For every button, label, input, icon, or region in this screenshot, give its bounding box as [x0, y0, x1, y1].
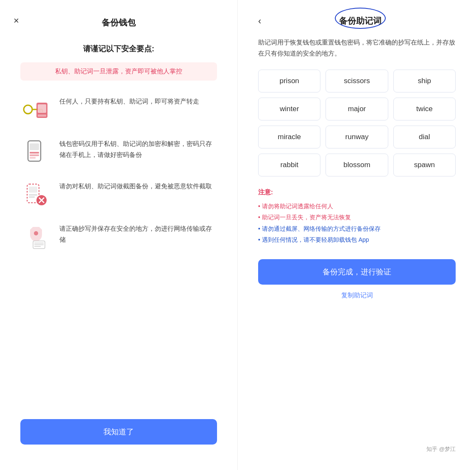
acknowledge-button[interactable]: 我知道了 — [20, 419, 217, 445]
left-subtitle: 请谨记以下安全要点: — [20, 44, 217, 54]
mnemonic-word: spawn — [393, 154, 456, 176]
feature-item-1: 任何人，只要持有私钥、助记词，即可将资产转走 — [20, 94, 217, 125]
note-item: • 请勿将助记词透露给任何人 — [258, 201, 456, 212]
right-title-container: 备份助记词 — [264, 15, 456, 27]
svg-point-0 — [24, 105, 32, 114]
feature-item-4: 请正确抄写并保存在安全的地方，勿进行网络传输或存储 — [20, 221, 217, 252]
note-item: • 助记词一旦丢失，资产将无法恢复 — [258, 212, 456, 223]
screenshot-blocked-icon — [20, 179, 51, 210]
right-title: 备份助记词 — [339, 16, 381, 25]
mnemonic-word: blossom — [326, 154, 388, 176]
feature-item-2: 钱包密码仅用于私钥、助记词的加密和解密，密码只存储在手机上，请做好密码备份 — [20, 137, 217, 167]
notes-title: 注意: — [258, 188, 456, 196]
svg-rect-10 — [30, 154, 39, 156]
feature-item-3: 请勿对私钥、助记词做截图备份，避免被恶意软件截取 — [20, 179, 217, 210]
svg-rect-11 — [30, 157, 36, 159]
mnemonic-word: winter — [258, 98, 320, 120]
verify-button[interactable]: 备份完成，进行验证 — [258, 259, 456, 285]
mnemonic-word: runway — [326, 126, 388, 148]
left-panel: × 备份钱包 请谨记以下安全要点: 私钥、助记词一旦泄露，资产即可被他人掌控 任… — [0, 0, 238, 470]
phone-lock-icon — [20, 137, 51, 167]
mnemonic-word: ship — [393, 70, 456, 92]
mnemonic-word: rabbit — [258, 154, 320, 176]
copy-mnemonic-link[interactable]: 复制助记词 — [258, 291, 456, 299]
svg-rect-15 — [29, 196, 35, 198]
svg-point-19 — [34, 231, 38, 235]
mnemonic-word: prison — [258, 70, 320, 92]
feature-text-4: 请正确抄写并保存在安全的地方，勿进行网络传输或存储 — [59, 221, 217, 245]
mnemonic-word: dial — [393, 126, 456, 148]
note-item: • 遇到任何情况，请不要轻易卸载钱包 App — [258, 234, 456, 246]
svg-rect-6 — [38, 115, 46, 117]
description-text: 助记词用于恢复钱包或重置钱包密码，将它准确的抄写在纸上，并存放在只有你知道的安全… — [258, 37, 456, 59]
watermark-right: 知乎 @梦江 — [258, 439, 456, 453]
mnemonic-word: major — [326, 98, 388, 120]
mnemonic-grid: prisonscissorsshipwintermajortwicemiracl… — [258, 70, 456, 176]
svg-rect-13 — [29, 187, 37, 193]
warning-banner: 私钥、助记词一旦泄露，资产即可被他人掌控 — [20, 62, 217, 81]
feature-text-2: 钱包密码仅用于私钥、助记词的加密和解密，密码只存储在手机上，请做好密码备份 — [59, 137, 217, 160]
mnemonic-word: miracle — [258, 126, 320, 148]
feature-text-3: 请勿对私钥、助记词做截图备份，避免被恶意软件截取 — [59, 179, 212, 192]
svg-rect-5 — [38, 104, 46, 113]
right-header: ‹ 备份助记词 — [258, 15, 456, 27]
back-button[interactable]: ‹ — [258, 16, 261, 27]
mnemonic-word: twice — [393, 98, 456, 120]
key-phone-icon — [20, 94, 51, 125]
close-button[interactable]: × — [14, 15, 19, 26]
right-panel: ‹ 备份助记词 助记词用于恢复钱包或重置钱包密码，将它准确的抄写在纸上，并存放在… — [238, 0, 476, 470]
feature-list: 任何人，只要持有私钥、助记词，即可将资产转走 钱包密码仅用于私钥、助记词的加密和… — [20, 94, 217, 402]
svg-rect-14 — [29, 194, 37, 196]
mnemonic-word: scissors — [326, 70, 388, 92]
feature-text-1: 任何人，只要持有私钥、助记词，即可将资产转走 — [59, 94, 199, 107]
paper-shield-icon — [20, 221, 51, 252]
notes-section: 注意: • 请勿将助记词透露给任何人• 助记词一旦丢失，资产将无法恢复• 请勿通… — [258, 188, 456, 246]
svg-rect-9 — [30, 152, 39, 154]
svg-rect-8 — [30, 143, 39, 150]
note-item: • 请勿通过截屏、网络传输的方式进行备份保存 — [258, 223, 456, 235]
left-title: 备份钱包 — [20, 17, 217, 28]
